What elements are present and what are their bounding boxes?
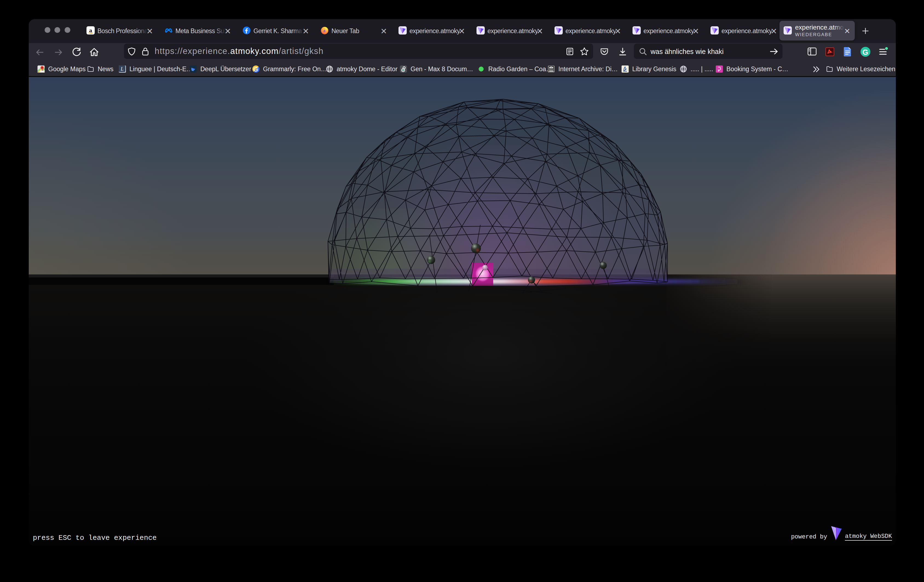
svg-text:L: L	[120, 66, 124, 72]
svg-text:a: a	[89, 27, 92, 34]
